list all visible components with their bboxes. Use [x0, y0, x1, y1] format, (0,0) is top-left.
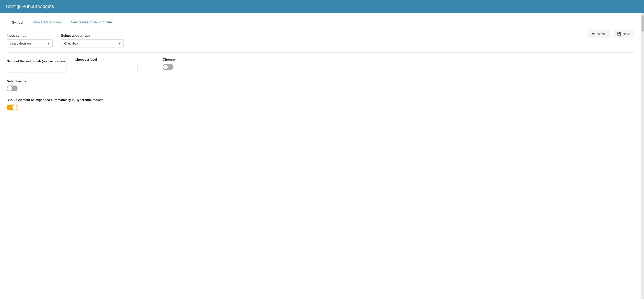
- widget-type-select[interactable]: Checkbox Slider Dropdown TextField: [61, 39, 124, 48]
- hypercube-label: Should element be expanded automatically…: [7, 98, 634, 102]
- tab-symbol[interactable]: Symbol: [7, 18, 28, 27]
- widget-tab-label: Name of the widget tab (no live preview): [7, 59, 66, 63]
- hypercube-toggle-thumb: [12, 105, 17, 110]
- hypercube-toggle-track: [7, 105, 18, 110]
- widget-type-wrapper: Checkbox Slider Dropdown TextField ▼: [61, 39, 124, 48]
- header-title: Configure input widgets: [6, 4, 54, 9]
- choose-label-group: Choose a label Choose: [75, 58, 138, 71]
- second-form-row: Name of the widget tab (no live preview)…: [7, 58, 634, 73]
- choose-toggle-thumb: [163, 65, 168, 69]
- choose-a-label-input[interactable]: Choose: [75, 63, 138, 71]
- widget-tab-group: Name of the widget tab (no live preview)…: [7, 59, 66, 73]
- input-symbol-group: Input symbol binary decision ▼: [7, 34, 53, 48]
- widget-tab-input[interactable]: binary decision: [7, 65, 66, 73]
- header: Configure input widgets: [0, 0, 644, 13]
- tabs-container: Symbol New GAMS option New double-dash p…: [7, 18, 634, 27]
- input-symbol-select[interactable]: binary decision: [7, 39, 53, 48]
- trash-icon: 🗑: [592, 32, 595, 36]
- input-symbol-wrapper: binary decision ▼: [7, 39, 53, 48]
- default-value-toggle-track: [7, 86, 18, 91]
- delete-button[interactable]: 🗑 Delete: [588, 30, 610, 38]
- input-symbol-label: Input symbol: [7, 34, 53, 38]
- choose-a-label-label: Choose a label: [75, 58, 138, 61]
- default-value-toggle[interactable]: [7, 86, 634, 91]
- default-value-toggle-thumb: [7, 86, 12, 91]
- tab-new-double-dash-parameter[interactable]: New double-dash parameter: [66, 18, 118, 27]
- choose-section: Choose: [162, 58, 175, 71]
- actions-area: 🗑 Delete 💾 Save: [588, 30, 634, 38]
- choose-toggle-track: [162, 64, 174, 70]
- scrollbar-track[interactable]: [641, 13, 644, 299]
- select-widget-type-label: Select widget type: [61, 34, 124, 38]
- hypercube-group: Should element be expanded automatically…: [7, 98, 634, 110]
- scrollbar-thumb[interactable]: [642, 15, 644, 32]
- panel: Symbol New GAMS option New double-dash p…: [0, 13, 641, 299]
- choose-toggle[interactable]: [162, 64, 174, 70]
- left-column: Name of the widget tab (no live preview)…: [7, 58, 66, 73]
- hypercube-toggle[interactable]: [7, 105, 634, 110]
- choose-section-label: Choose: [162, 58, 175, 62]
- default-value-group: Default value: [7, 80, 634, 91]
- section-divider: [7, 53, 634, 53]
- main-content: Symbol New GAMS option New double-dash p…: [0, 13, 644, 299]
- app-container: Configure input widgets Symbol New GAMS …: [0, 0, 644, 299]
- select-widget-type-group: Select widget type Checkbox Slider Dropd…: [61, 34, 124, 48]
- tab-new-gams-option[interactable]: New GAMS option: [28, 18, 66, 27]
- default-value-label: Default value: [7, 80, 634, 83]
- save-button[interactable]: 💾 Save: [613, 30, 634, 38]
- first-form-row: Input symbol binary decision ▼ Select wi…: [7, 34, 634, 48]
- save-icon: 💾: [617, 32, 621, 36]
